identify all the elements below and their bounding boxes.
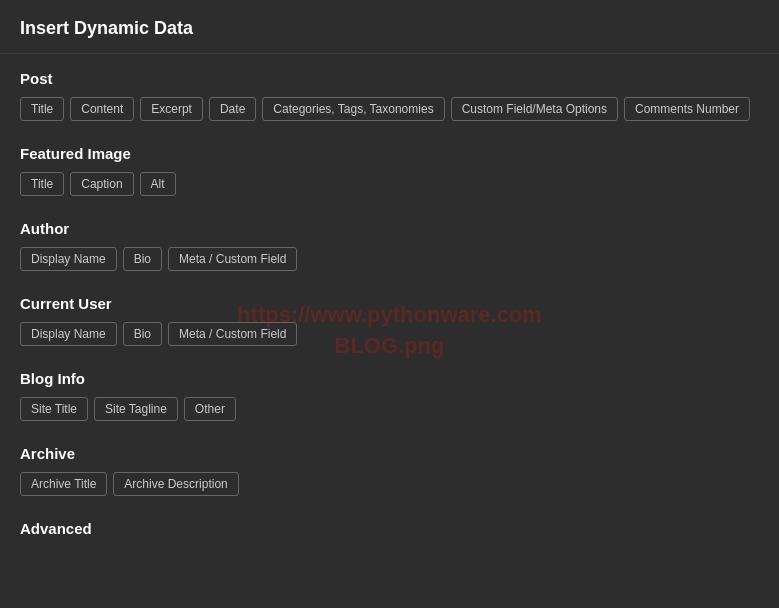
- section-title-current-user: Current User: [20, 295, 759, 312]
- section-author: AuthorDisplay NameBioMeta / Custom Field: [20, 220, 759, 271]
- tag-btn-date[interactable]: Date: [209, 97, 256, 121]
- section-title-archive: Archive: [20, 445, 759, 462]
- tags-row-author: Display NameBioMeta / Custom Field: [20, 247, 759, 271]
- tag-btn-site-title[interactable]: Site Title: [20, 397, 88, 421]
- tag-btn-display-name[interactable]: Display Name: [20, 247, 117, 271]
- section-advanced: Advanced: [20, 520, 759, 537]
- tag-btn-site-tagline[interactable]: Site Tagline: [94, 397, 178, 421]
- tag-btn-title[interactable]: Title: [20, 172, 64, 196]
- sections-container: PostTitleContentExcerptDateCategories, T…: [20, 70, 759, 537]
- tag-btn-bio[interactable]: Bio: [123, 322, 162, 346]
- section-title-post: Post: [20, 70, 759, 87]
- tag-btn-archive-title[interactable]: Archive Title: [20, 472, 107, 496]
- section-archive: ArchiveArchive TitleArchive Description: [20, 445, 759, 496]
- tags-row-archive: Archive TitleArchive Description: [20, 472, 759, 496]
- main-content[interactable]: https://www.pythonware.com BLOG.png Post…: [0, 54, 779, 608]
- tag-btn-archive-description[interactable]: Archive Description: [113, 472, 238, 496]
- tags-row-current-user: Display NameBioMeta / Custom Field: [20, 322, 759, 346]
- section-blog-info: Blog InfoSite TitleSite TaglineOther: [20, 370, 759, 421]
- tag-btn-meta-custom-field[interactable]: Meta / Custom Field: [168, 247, 297, 271]
- section-title-featured-image: Featured Image: [20, 145, 759, 162]
- tag-btn-caption[interactable]: Caption: [70, 172, 133, 196]
- header: Insert Dynamic Data: [0, 0, 779, 54]
- tag-btn-categories-tags-taxonomies[interactable]: Categories, Tags, Taxonomies: [262, 97, 444, 121]
- tag-btn-content[interactable]: Content: [70, 97, 134, 121]
- section-post: PostTitleContentExcerptDateCategories, T…: [20, 70, 759, 121]
- section-title-author: Author: [20, 220, 759, 237]
- tag-btn-alt[interactable]: Alt: [140, 172, 176, 196]
- tags-row-blog-info: Site TitleSite TaglineOther: [20, 397, 759, 421]
- section-title-advanced: Advanced: [20, 520, 759, 537]
- tag-btn-excerpt[interactable]: Excerpt: [140, 97, 203, 121]
- tag-btn-bio[interactable]: Bio: [123, 247, 162, 271]
- tag-btn-custom-field-meta-options[interactable]: Custom Field/Meta Options: [451, 97, 618, 121]
- tag-btn-display-name[interactable]: Display Name: [20, 322, 117, 346]
- main-container: Insert Dynamic Data https://www.pythonwa…: [0, 0, 779, 608]
- tags-row-post: TitleContentExcerptDateCategories, Tags,…: [20, 97, 759, 121]
- tag-btn-comments-number[interactable]: Comments Number: [624, 97, 750, 121]
- tag-btn-title[interactable]: Title: [20, 97, 64, 121]
- tag-btn-other[interactable]: Other: [184, 397, 236, 421]
- section-current-user: Current UserDisplay NameBioMeta / Custom…: [20, 295, 759, 346]
- page-title: Insert Dynamic Data: [20, 18, 193, 38]
- tags-row-featured-image: TitleCaptionAlt: [20, 172, 759, 196]
- tag-btn-meta-custom-field[interactable]: Meta / Custom Field: [168, 322, 297, 346]
- section-featured-image: Featured ImageTitleCaptionAlt: [20, 145, 759, 196]
- section-title-blog-info: Blog Info: [20, 370, 759, 387]
